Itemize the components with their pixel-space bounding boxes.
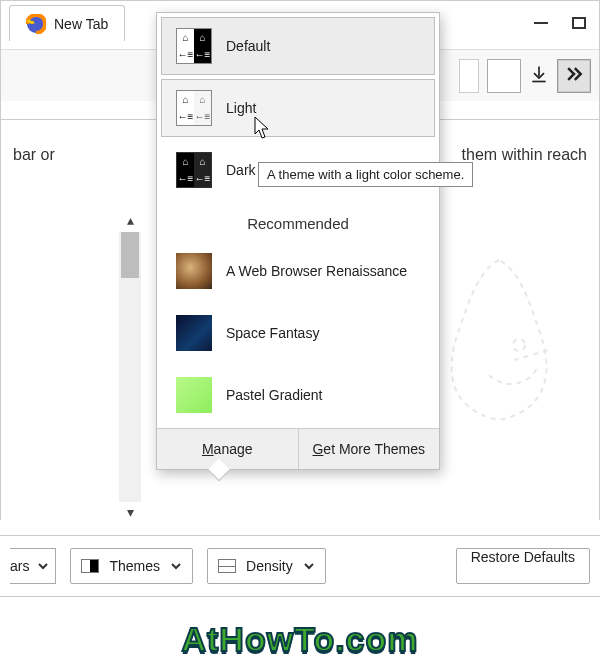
- toolbar-placeholder-button[interactable]: [487, 59, 521, 93]
- overflow-button[interactable]: [557, 59, 591, 93]
- chevron-down-icon: [303, 560, 315, 572]
- firefox-icon: [26, 14, 46, 34]
- theme-label: Pastel Gradient: [226, 387, 323, 403]
- themes-popup-footer: Manage Get More Themes: [157, 428, 439, 469]
- theme-renaissance-swatch: [176, 253, 212, 289]
- tab-title: New Tab: [54, 16, 108, 32]
- customize-toolbar: ars Themes Density Restore Defaults: [0, 535, 600, 597]
- window-controls: [529, 16, 591, 30]
- manage-themes-button[interactable]: Manage: [157, 429, 299, 469]
- theme-label: Dark: [226, 162, 256, 178]
- get-more-themes-button[interactable]: Get More Themes: [299, 429, 440, 469]
- scroll-thumb[interactable]: [121, 232, 139, 278]
- scroll-down-arrow[interactable]: ▾: [119, 502, 141, 522]
- chevron-down-icon: [170, 560, 182, 572]
- sidebar-scrollbar[interactable]: ▴ ▾: [119, 210, 141, 520]
- theme-option-default[interactable]: ⌂ ←≡ ⌂ ←≡ Default: [161, 17, 435, 75]
- window-minimize-button[interactable]: [529, 16, 553, 30]
- theme-default-icon: ⌂ ←≡ ⌂ ←≡: [176, 28, 212, 64]
- theme-label: Space Fantasy: [226, 325, 319, 341]
- get-more-label: et More Themes: [323, 441, 425, 457]
- text-fragment-left: bar or: [13, 146, 55, 164]
- theme-tooltip: A theme with a light color scheme.: [258, 162, 473, 187]
- watermark-text: AtHowTo.com: [181, 620, 418, 659]
- themes-dropdown[interactable]: Themes: [70, 548, 193, 584]
- theme-pastel-gradient-swatch: [176, 377, 212, 413]
- theme-option-light[interactable]: ⌂ ←≡ ⌂ ←≡ Light: [161, 79, 435, 137]
- theme-mini-icon: [81, 559, 99, 573]
- scroll-track[interactable]: [119, 232, 141, 502]
- toolbars-label-fragment: ars: [10, 558, 29, 574]
- downloads-button[interactable]: [529, 64, 549, 87]
- theme-option-renaissance[interactable]: A Web Browser Renaissance: [161, 242, 435, 300]
- theme-label: Light: [226, 100, 256, 116]
- browser-tab-newtab[interactable]: New Tab: [9, 5, 125, 41]
- restore-defaults-label: Restore Defaults: [471, 549, 575, 565]
- chevron-down-icon: [37, 560, 49, 572]
- recommended-heading: Recommended: [157, 203, 439, 238]
- text-fragment-right: them within reach: [462, 146, 587, 164]
- themes-popup: ⌂ ←≡ ⌂ ←≡ Default ⌂ ←≡ ⌂ ←≡ Light: [156, 12, 440, 470]
- manage-label: anage: [214, 441, 253, 457]
- theme-option-pastel-gradient[interactable]: Pastel Gradient: [161, 366, 435, 424]
- cursor-pointer-icon: [254, 116, 272, 140]
- newtab-illustration: [419, 250, 579, 430]
- theme-dark-icon: ⌂ ←≡ ⌂ ←≡: [176, 152, 212, 188]
- density-dropdown[interactable]: Density: [207, 548, 326, 584]
- toolbars-dropdown-fragment[interactable]: ars: [10, 548, 56, 584]
- svg-point-1: [513, 339, 525, 351]
- themes-dropdown-label: Themes: [109, 558, 160, 574]
- theme-option-space-fantasy[interactable]: Space Fantasy: [161, 304, 435, 362]
- theme-label: A Web Browser Renaissance: [226, 263, 407, 279]
- chevron-double-right-icon: [564, 64, 584, 87]
- density-icon: [218, 559, 236, 573]
- restore-defaults-button[interactable]: Restore Defaults: [456, 548, 590, 584]
- theme-space-fantasy-swatch: [176, 315, 212, 351]
- theme-label: Default: [226, 38, 270, 54]
- urlbar-fragment[interactable]: [459, 59, 479, 93]
- scroll-up-arrow[interactable]: ▴: [119, 210, 141, 230]
- density-dropdown-label: Density: [246, 558, 293, 574]
- window-maximize-button[interactable]: [567, 16, 591, 30]
- theme-light-icon: ⌂ ←≡ ⌂ ←≡: [176, 90, 212, 126]
